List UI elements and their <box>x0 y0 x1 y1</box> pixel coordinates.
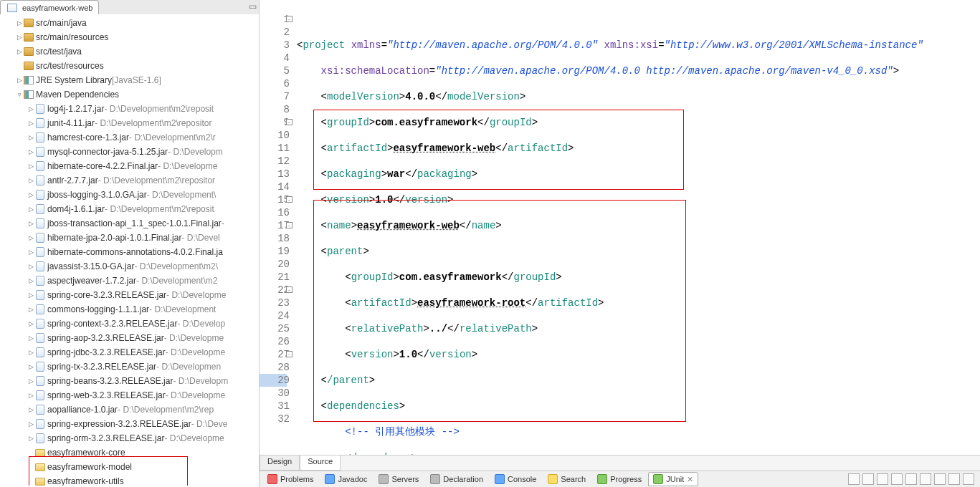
tree-item[interactable]: ▷spring-web-3.2.3.RELEASE.jar - D:\Devel… <box>0 388 259 402</box>
close-icon[interactable]: ✕ <box>687 475 693 484</box>
tree-item[interactable]: ▷jboss-transaction-api_1.1_spec-1.0.1.Fi… <box>0 216 259 231</box>
fold-toggle-icon[interactable]: - <box>286 351 292 357</box>
toolbar-btn-9[interactable] <box>963 473 974 485</box>
tree-item[interactable]: ▷commons-logging-1.1.1.jar - D:\Developm… <box>0 302 259 317</box>
view-tab-problems[interactable]: Problems <box>262 472 318 486</box>
tree-item[interactable]: ▷junit-4.11.jar - D:\Development\m2\repo… <box>0 116 259 130</box>
tree-item[interactable]: ▷spring-context-3.2.3.RELEASE.jar - D:\D… <box>0 317 259 331</box>
tree-item[interactable]: ▷spring-orm-3.2.3.RELEASE.jar - D:\Devel… <box>0 431 259 445</box>
twisty-icon[interactable]: ▷ <box>27 263 34 270</box>
tree-item[interactable]: ▷spring-tx-3.2.3.RELEASE.jar - D:\Develo… <box>0 360 259 374</box>
view-tab-label: Search <box>561 475 586 483</box>
tree-item[interactable]: ▷aopalliance-1.0.jar - D:\Development\m2… <box>0 402 259 417</box>
tree-item[interactable]: ▷src/main/java <box>0 16 259 30</box>
view-tab-progress[interactable]: Progress <box>592 472 647 486</box>
view-tab-search[interactable]: Search <box>543 472 591 486</box>
project-tab[interactable]: easyframework-web <box>0 0 99 14</box>
twisty-icon[interactable]: ▷ <box>27 120 34 127</box>
tree-item[interactable]: easyframework-model <box>0 460 259 474</box>
tree-item[interactable]: ▷JRE System Library [JavaSE-1.6] <box>0 73 259 87</box>
tree-item[interactable]: ▷src/main/resources <box>0 30 259 44</box>
twisty-icon[interactable]: ▷ <box>27 334 34 342</box>
tree-item-label: spring-core-3.2.3.RELEASE.jar <box>47 290 166 300</box>
twisty-icon[interactable]: ▷ <box>27 392 34 399</box>
tree-item[interactable]: ▷jboss-logging-3.1.0.GA.jar - D:\Develop… <box>0 188 259 202</box>
twisty-icon[interactable]: ▷ <box>27 277 34 284</box>
line-number: 18 <box>260 232 290 245</box>
tree-item[interactable]: ▷spring-expression-3.2.3.RELEASE.jar - D… <box>0 417 259 431</box>
twisty-icon[interactable]: ▷ <box>27 249 34 256</box>
tree-item[interactable]: src/test/resources <box>0 59 259 73</box>
twisty-icon[interactable]: ▷ <box>16 34 23 41</box>
fold-toggle-icon[interactable]: - <box>286 119 292 125</box>
tree-item[interactable]: ▷hibernate-core-4.2.2.Final.jar - D:\Dev… <box>0 159 259 173</box>
toolbar-btn-7[interactable] <box>934 473 946 485</box>
tree-item[interactable]: ▷spring-beans-3.2.3.RELEASE.jar - D:\Dev… <box>0 374 259 388</box>
tree-item[interactable]: easyframework-core <box>0 445 259 460</box>
tree-item[interactable]: ▷hibernate-jpa-2.0-api-1.0.1.Final.jar -… <box>0 231 259 245</box>
tree-item-sublabel: - D:\Developme <box>164 333 224 343</box>
toolbar-btn-2[interactable] <box>862 473 874 485</box>
twisty-icon[interactable]: ▷ <box>27 349 34 356</box>
twisty-icon[interactable]: ▷ <box>27 363 34 370</box>
fold-toggle-icon[interactable]: - <box>286 286 292 293</box>
twisty-icon[interactable]: ▷ <box>16 77 23 84</box>
fold-toggle-icon[interactable]: - <box>286 16 292 22</box>
tree-item[interactable]: ▷mysql-connector-java-5.1.25.jar - D:\De… <box>0 145 259 159</box>
code-area[interactable]: 1-23456789-101112131415-1617-1819202122-… <box>260 0 980 455</box>
twisty-icon[interactable]: ▷ <box>27 191 34 198</box>
twisty-icon[interactable]: ▷ <box>27 406 34 413</box>
twisty-icon[interactable]: ▷ <box>27 320 34 327</box>
twisty-icon[interactable]: ▷ <box>27 420 34 428</box>
twisty-icon[interactable]: ▷ <box>27 177 34 184</box>
tab-design[interactable]: Design <box>260 455 300 471</box>
twisty-icon[interactable]: ▿ <box>16 91 23 98</box>
tab-source[interactable]: Source <box>300 455 341 471</box>
minimize-view-icon[interactable]: ▭ <box>247 1 258 12</box>
view-tab-declaration[interactable]: Declaration <box>425 472 488 486</box>
twisty-icon[interactable]: ▷ <box>27 206 34 213</box>
toolbar-btn-1[interactable] <box>848 473 860 485</box>
view-tab-servers[interactable]: Servers <box>374 472 424 486</box>
twisty-icon[interactable]: ▷ <box>27 105 34 112</box>
twisty-icon[interactable]: ▷ <box>27 306 34 313</box>
tree-item[interactable]: ▷src/test/java <box>0 44 259 59</box>
twisty-icon[interactable]: ▷ <box>16 48 23 55</box>
twisty-icon[interactable]: ▷ <box>27 377 34 385</box>
twisty-icon[interactable]: ▷ <box>27 435 34 442</box>
twisty-icon[interactable]: ▷ <box>27 134 34 141</box>
project-tree[interactable]: ▷src/main/java▷src/main/resources▷src/te… <box>0 14 259 486</box>
toolbar-btn-4[interactable] <box>891 473 903 485</box>
tree-item[interactable]: ▷spring-jdbc-3.2.3.RELEASE.jar - D:\Deve… <box>0 345 259 360</box>
tree-item[interactable]: ▿Maven Dependencies <box>0 87 259 102</box>
tree-item[interactable]: ▷spring-core-3.2.3.RELEASE.jar - D:\Deve… <box>0 288 259 302</box>
tree-item[interactable]: ▷log4j-1.2.17.jar - D:\Development\m2\re… <box>0 102 259 116</box>
tree-item-label: commons-logging-1.1.1.jar <box>47 304 149 314</box>
view-tab-javadoc[interactable]: Javadoc <box>320 472 372 486</box>
twisty-icon[interactable]: ▷ <box>27 234 34 241</box>
toolbar-btn-8[interactable] <box>948 473 960 485</box>
view-tab-junit[interactable]: JUnit ✕ <box>648 472 698 486</box>
tree-item-label: jboss-logging-3.1.0.GA.jar <box>47 190 147 200</box>
tree-item[interactable]: ▷javassist-3.15.0-GA.jar - D:\Developmen… <box>0 259 259 274</box>
toolbar-btn-5[interactable] <box>905 473 917 485</box>
twisty-icon[interactable]: ▷ <box>27 148 34 155</box>
toolbar-btn-6[interactable] <box>920 473 931 485</box>
toolbar-btn-3[interactable] <box>877 473 888 485</box>
tree-item[interactable]: ▷hibernate-commons-annotations-4.0.2.Fin… <box>0 245 259 259</box>
twisty-icon[interactable]: ▷ <box>27 291 34 299</box>
tree-item[interactable]: ▷spring-aop-3.2.3.RELEASE.jar - D:\Devel… <box>0 331 259 345</box>
twisty-icon[interactable]: ▷ <box>27 220 34 227</box>
tree-item[interactable]: easyframework-utils <box>0 474 259 486</box>
view-tab-console[interactable]: Console <box>490 472 541 486</box>
tree-item[interactable]: ▷aspectjweaver-1.7.2.jar - D:\Developmen… <box>0 274 259 288</box>
tree-item[interactable]: ▷dom4j-1.6.1.jar - D:\Development\m2\rep… <box>0 202 259 216</box>
fold-toggle-icon[interactable]: - <box>286 222 292 228</box>
tree-item[interactable]: ▷hamcrest-core-1.3.jar - D:\Development\… <box>0 130 259 145</box>
tree-item[interactable]: ▷antlr-2.7.7.jar - D:\Development\m2\rep… <box>0 173 259 188</box>
twisty-icon[interactable]: ▷ <box>27 163 34 170</box>
tree-item-sublabel: - D:\Developme <box>166 390 225 400</box>
twisty-icon[interactable]: ▷ <box>16 19 23 26</box>
fold-toggle-icon[interactable]: - <box>286 196 292 203</box>
code-content[interactable]: <project xmlns="http://maven.apache.org/… <box>297 0 980 455</box>
